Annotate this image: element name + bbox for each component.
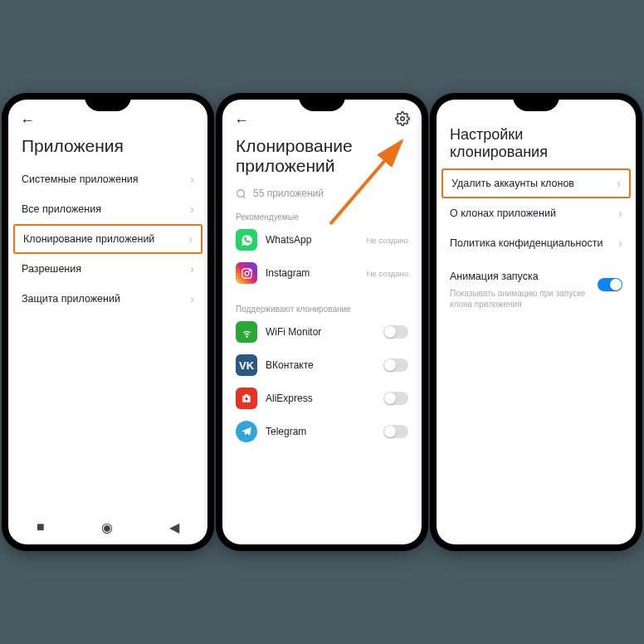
app-row-vkontakte[interactable]: VK ВКонтакте [222, 349, 422, 382]
chevron-right-icon: › [188, 232, 193, 246]
svg-point-0 [401, 117, 405, 121]
item-app-protection[interactable]: Защита приложений › [8, 284, 207, 314]
item-permissions[interactable]: Разрешения › [8, 254, 207, 284]
app-name: AliExpress [266, 393, 375, 404]
vk-icon: VK [236, 354, 257, 376]
notch [513, 95, 559, 111]
telegram-icon [236, 421, 257, 442]
item-about-clones[interactable]: О клонах приложений › [437, 198, 636, 228]
gear-icon[interactable] [395, 111, 410, 129]
nav-recent-icon[interactable]: ■ [37, 520, 45, 534]
chevron-right-icon: › [190, 202, 194, 216]
item-label: Системные приложения [22, 173, 139, 185]
search-placeholder: 55 приложений [253, 188, 324, 199]
clone-toggle[interactable] [383, 325, 408, 339]
page-title: Настройки клонирования [437, 123, 636, 168]
chevron-right-icon: › [617, 177, 621, 190]
back-button[interactable]: ← [234, 112, 249, 129]
svg-point-4 [245, 271, 249, 276]
clone-toggle[interactable] [383, 359, 408, 372]
item-delete-clone-accounts[interactable]: Удалить аккаунты клонов › [442, 168, 631, 198]
app-row-telegram[interactable]: Telegram [222, 415, 422, 448]
section-recommended: Рекомендуемые [222, 206, 422, 223]
item-privacy-policy[interactable]: Политика конфиденциальности › [437, 228, 636, 258]
aliexpress-icon [236, 388, 257, 409]
phone-frame-2: ← Клонирование приложений 55 приложений … [216, 93, 428, 551]
page-title: Клонирование приложений [222, 133, 422, 184]
animation-toggle[interactable] [598, 278, 622, 291]
svg-point-1 [237, 189, 245, 197]
instagram-icon [236, 262, 257, 284]
svg-point-6 [246, 336, 246, 337]
app-status: Не создано [367, 269, 408, 278]
app-status: Не создано [367, 236, 408, 245]
item-label: О клонах приложений [450, 207, 556, 219]
item-label: Политика конфиденциальности [450, 237, 603, 249]
svg-point-7 [245, 398, 248, 401]
page-title: Приложения [8, 133, 207, 164]
nav-home-icon[interactable]: ◉ [101, 520, 113, 535]
whatsapp-icon [236, 229, 257, 251]
app-name: ВКонтакте [266, 359, 375, 371]
search-icon [236, 188, 246, 199]
app-name: Instagram [266, 267, 359, 279]
chevron-right-icon: › [190, 292, 194, 305]
search-input[interactable]: 55 приложений [222, 184, 422, 206]
back-button[interactable]: ← [20, 112, 35, 129]
fade-overlay [222, 493, 422, 526]
wifi-icon [236, 321, 257, 343]
clone-toggle[interactable] [383, 425, 408, 438]
app-row-instagram[interactable]: Instagram Не создано [222, 256, 422, 290]
notch [299, 95, 345, 111]
svg-point-5 [249, 270, 250, 271]
item-label: Все приложения [22, 203, 101, 215]
item-label: Клонирование приложений [23, 233, 154, 245]
app-name: WiFi Monitor [266, 326, 375, 338]
item-label: Анимация запуска [450, 271, 539, 282]
item-system-apps[interactable]: Системные приложения › [8, 164, 207, 194]
phone-frame-3: Настройки клонирования Удалить аккаунты … [430, 93, 642, 551]
app-name: Telegram [266, 426, 375, 437]
chevron-right-icon: › [190, 262, 194, 276]
chevron-right-icon: › [618, 237, 622, 250]
nav-back-icon[interactable]: ◀ [169, 520, 179, 535]
phone-frame-1: ← Приложения Системные приложения › Все … [2, 93, 214, 551]
app-row-whatsapp[interactable]: WhatsApp Не создано [222, 223, 422, 256]
item-clone-apps[interactable]: Клонирование приложений › [13, 224, 202, 254]
clone-toggle[interactable] [383, 392, 408, 405]
chevron-right-icon: › [618, 207, 622, 220]
item-label: Разрешения [22, 263, 81, 275]
item-all-apps[interactable]: Все приложения › [8, 194, 207, 224]
chevron-right-icon: › [190, 173, 194, 186]
app-name: WhatsApp [266, 234, 359, 246]
android-navbar: ■ ◉ ◀ [8, 515, 207, 539]
app-row-aliexpress[interactable]: AliExpress [222, 382, 422, 415]
section-supported: Поддерживают клонирование [222, 298, 422, 315]
app-row-wifi-monitor[interactable]: WiFi Monitor [222, 315, 422, 349]
item-label: Удалить аккаунты клонов [451, 178, 574, 189]
item-launch-animation-desc: Показывать анимацию при запуске клона пр… [437, 288, 636, 310]
item-label: Защита приложений [22, 293, 120, 305]
notch [85, 95, 131, 111]
svg-line-2 [243, 196, 245, 198]
